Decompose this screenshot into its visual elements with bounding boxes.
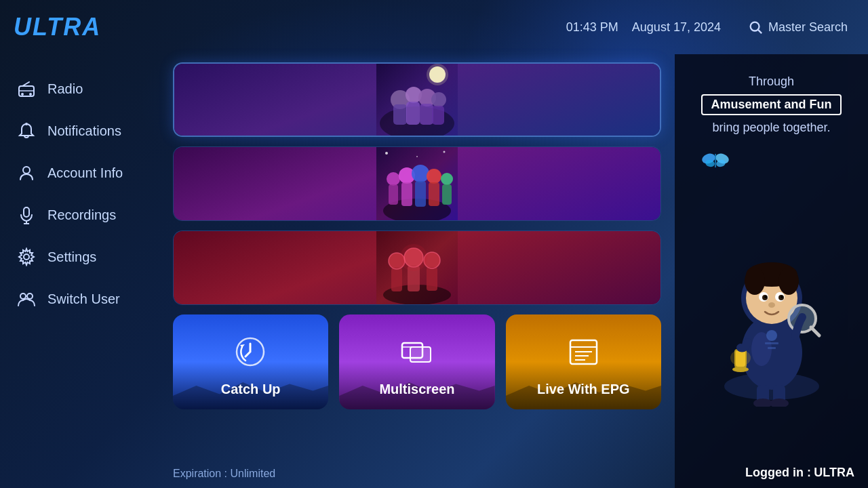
svg-point-38: [427, 169, 441, 184]
sidebar: Radio Notifications Account Info: [0, 54, 146, 488]
svg-point-11: [24, 254, 29, 260]
promo-highlight: Amusement and Fun: [701, 94, 841, 115]
svg-point-4: [21, 93, 24, 96]
series-thumbnail: [174, 231, 660, 304]
switch-user-icon: [16, 289, 37, 309]
svg-point-94: [745, 268, 765, 295]
sidebar-item-recordings[interactable]: Recordings: [0, 194, 146, 236]
movies-card[interactable]: Movies Last updated: 12 secs ago: [173, 146, 661, 221]
sidebar-item-account-info[interactable]: Account Info: [0, 152, 146, 194]
svg-point-43: [443, 151, 446, 153]
svg-rect-8: [24, 207, 29, 217]
svg-point-6: [25, 123, 28, 125]
date-display: August 17, 2024: [632, 20, 721, 35]
radio-label: Radio: [47, 81, 83, 97]
svg-rect-22: [420, 104, 433, 125]
svg-rect-60: [427, 267, 437, 291]
svg-point-5: [29, 93, 32, 96]
svg-point-114: [766, 330, 777, 341]
logged-in-text: Logged in : ULTRA: [745, 466, 854, 480]
svg-point-100: [764, 296, 767, 298]
header: ULTRA 01:43 PM August 17, 2024 Master Se…: [0, 0, 868, 54]
svg-rect-56: [391, 268, 402, 291]
live-with-epg-label: Live With EPG: [537, 382, 630, 397]
live-tv-thumbnail: [174, 64, 660, 136]
live-with-epg-card[interactable]: Live With EPG: [506, 314, 661, 409]
svg-rect-35: [401, 182, 412, 206]
epg-icon: [563, 331, 604, 372]
notifications-label: Notifications: [47, 123, 121, 139]
main-content: Live Tv Last updated: 14 secs ago: [146, 54, 675, 488]
svg-point-95: [778, 268, 799, 295]
svg-point-32: [387, 172, 400, 186]
feature-cards: Catch Up Multiscreen: [173, 314, 661, 409]
svg-rect-41: [442, 184, 452, 205]
sidebar-item-notifications[interactable]: Notifications: [0, 110, 146, 152]
logged-in-user: ULTRA: [814, 466, 854, 479]
svg-point-64: [400, 244, 427, 271]
promo-line3: bring people together.: [701, 121, 841, 135]
svg-rect-21: [406, 102, 420, 125]
svg-point-36: [412, 165, 429, 182]
svg-line-1: [758, 30, 762, 33]
movies-thumbnail: [174, 147, 660, 220]
svg-rect-116: [768, 347, 776, 349]
svg-point-0: [751, 22, 760, 31]
character-area: [688, 148, 854, 474]
account-info-label: Account Info: [47, 165, 123, 181]
promo-line1: Through: [701, 75, 841, 89]
promo-text: Through Amusement and Fun bring people t…: [701, 75, 841, 135]
multiscreen-label: Multiscreen: [379, 382, 454, 397]
multiscreen-icon: [397, 331, 437, 372]
svg-rect-76: [410, 347, 431, 362]
switch-user-label: Switch User: [47, 291, 120, 307]
right-panel: Through Amusement and Fun bring people t…: [675, 54, 868, 488]
search-icon: [748, 20, 763, 35]
recordings-label: Recordings: [47, 207, 116, 223]
svg-rect-39: [429, 182, 439, 206]
svg-point-12: [20, 293, 26, 299]
radio-icon: [16, 79, 37, 99]
time-display: 01:43 PM: [566, 20, 618, 35]
sidebar-item-radio[interactable]: Radio: [0, 68, 146, 110]
header-right: 01:43 PM August 17, 2024 Master Search: [566, 20, 848, 35]
svg-point-7: [23, 167, 30, 174]
svg-point-102: [768, 302, 775, 308]
svg-point-40: [441, 173, 453, 185]
series-card[interactable]: Series Last updated: 10 secs ago: [173, 230, 661, 305]
datetime: 01:43 PM August 17, 2024: [566, 20, 721, 35]
character-illustration: [697, 217, 846, 407]
catch-up-label: Catch Up: [221, 382, 281, 397]
svg-point-13: [27, 293, 33, 299]
sidebar-item-settings[interactable]: Settings: [0, 236, 146, 278]
svg-rect-20: [393, 104, 407, 125]
expiration-text: Expiration : Unlimited: [173, 468, 275, 480]
svg-point-42: [385, 152, 388, 155]
svg-point-44: [416, 156, 418, 157]
bell-icon: [16, 121, 37, 141]
settings-icon: [16, 247, 37, 267]
logo: ULTRA: [14, 13, 101, 41]
master-search-button[interactable]: Master Search: [748, 20, 848, 35]
svg-rect-115: [765, 342, 778, 344]
svg-rect-23: [432, 106, 444, 125]
sidebar-item-switch-user[interactable]: Switch User: [0, 278, 146, 320]
catch-up-card[interactable]: Catch Up: [173, 314, 328, 409]
account-icon: [16, 163, 37, 183]
settings-label: Settings: [47, 249, 96, 265]
svg-point-19: [431, 92, 446, 107]
butterfly-decoration: [702, 148, 729, 172]
master-search-label: Master Search: [768, 20, 848, 35]
svg-point-101: [781, 296, 783, 298]
svg-point-25: [427, 64, 448, 85]
svg-rect-33: [389, 184, 398, 205]
svg-rect-37: [415, 181, 426, 207]
svg-line-104: [811, 327, 819, 336]
live-tv-card[interactable]: Live Tv Last updated: 14 secs ago: [173, 62, 661, 137]
mic-icon: [16, 205, 37, 225]
svg-point-107: [732, 367, 749, 372]
svg-point-109: [730, 350, 751, 366]
catchup-icon: [231, 331, 271, 372]
multiscreen-card[interactable]: Multiscreen: [339, 314, 494, 409]
